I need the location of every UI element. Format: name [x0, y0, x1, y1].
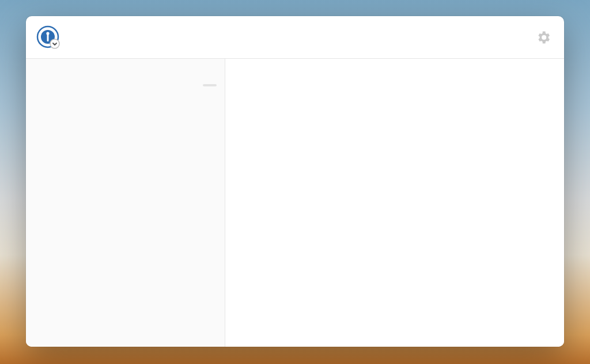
sidebar: [26, 59, 225, 347]
svg-point-4: [50, 39, 59, 48]
item-list: [225, 59, 564, 347]
settings-button[interactable]: [535, 29, 551, 46]
tags-header-row: [26, 74, 225, 90]
body: [26, 59, 564, 347]
search-input[interactable]: [69, 28, 527, 47]
app-window: [26, 16, 564, 347]
app-logo-icon: [36, 25, 60, 50]
svg-point-3: [46, 32, 49, 35]
header: [26, 16, 564, 59]
show-tags-button[interactable]: [203, 84, 217, 86]
categories-header: [26, 60, 225, 74]
